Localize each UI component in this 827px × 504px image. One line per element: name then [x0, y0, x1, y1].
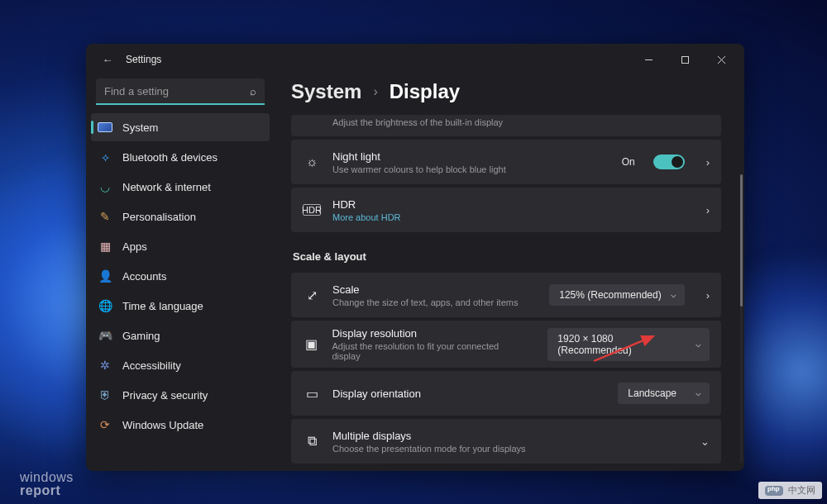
window-title: Settings [126, 54, 161, 65]
settings-window: ← Settings Find a setting ⌕ System ⟡ Blu… [86, 44, 744, 471]
sidebar-item-label: Time & language [122, 300, 203, 312]
resolution-icon: ▣ [303, 336, 320, 352]
card-scale[interactable]: ⤢ Scale Change the size of text, apps, a… [291, 273, 721, 317]
gaming-icon: 🎮 [98, 328, 112, 343]
chevron-down-icon: ⌄ [700, 435, 710, 448]
multiple-displays-icon: ⧉ [303, 434, 321, 449]
chevron-right-icon: › [706, 204, 710, 216]
update-icon: ⟳ [98, 417, 112, 432]
card-title: HDR [332, 198, 401, 211]
sidebar-item-accessibility[interactable]: ✲ Accessibility [91, 351, 270, 379]
brush-icon: ✎ [98, 209, 112, 224]
hdr-more-link[interactable]: More about HDR [332, 212, 401, 222]
sidebar-item-apps[interactable]: ▦ Apps [91, 232, 270, 260]
card-sub: Change the size of text, apps, and other… [332, 297, 518, 307]
scrollbar-thumb[interactable] [740, 174, 743, 307]
card-sub: Use warmer colours to help block blue li… [332, 164, 506, 174]
shield-icon: ⛨ [98, 388, 112, 402]
php-logo-icon [765, 486, 783, 496]
sidebar-item-gaming[interactable]: 🎮 Gaming [91, 321, 270, 349]
sidebar-item-system[interactable]: System [91, 113, 270, 141]
night-light-toggle[interactable] [653, 155, 685, 169]
display-icon [98, 120, 112, 135]
card-sub: Adjust the brightness of the built-in di… [332, 117, 503, 127]
sidebar-item-accounts[interactable]: 👤 Accounts [91, 262, 270, 290]
card-night-light[interactable]: ☼ Night light Use warmer colours to help… [291, 140, 721, 184]
card-sub: Adjust the resolution to fit your connec… [332, 341, 524, 361]
chevron-right-icon: › [706, 289, 710, 302]
card-title: Display orientation [332, 388, 421, 400]
sidebar-item-label: Network & internet [122, 181, 211, 193]
minimize-button[interactable] [630, 47, 667, 72]
orientation-dropdown[interactable]: Landscape [618, 383, 710, 404]
sidebar-item-time[interactable]: 🌐 Time & language [91, 292, 270, 320]
svg-rect-1 [681, 56, 688, 63]
sidebar-item-label: System [122, 121, 158, 134]
sidebar-item-network[interactable]: ◡ Network & internet [91, 173, 270, 201]
sidebar-item-privacy[interactable]: ⛨ Privacy & security [91, 381, 270, 409]
scale-dropdown[interactable]: 125% (Recommended) [549, 284, 684, 306]
scale-icon: ⤢ [303, 288, 321, 303]
accessibility-icon: ✲ [98, 358, 112, 373]
chevron-right-icon: › [706, 156, 710, 169]
sidebar-item-update[interactable]: ⟳ Windows Update [91, 411, 270, 439]
card-hdr[interactable]: HDR HDR More about HDR › [291, 188, 721, 232]
wifi-icon: ◡ [98, 179, 112, 194]
card-title: Multiple displays [332, 430, 526, 442]
orientation-icon: ▭ [303, 386, 321, 402]
sidebar-item-bluetooth[interactable]: ⟡ Bluetooth & devices [91, 143, 270, 171]
sidebar-item-personalisation[interactable]: ✎ Personalisation [91, 202, 270, 231]
breadcrumb-current: Display [390, 80, 460, 103]
chevron-right-icon: › [373, 84, 377, 99]
bluetooth-icon: ⟡ [98, 150, 112, 164]
back-button[interactable]: ← [98, 54, 117, 66]
resolution-dropdown[interactable]: 1920 × 1080 (Recommended) [547, 328, 710, 361]
card-title: Night light [332, 150, 506, 163]
card-brightness[interactable]: Adjust the brightness of the built-in di… [291, 115, 721, 136]
globe-icon: 🌐 [98, 298, 112, 313]
card-title: Scale [332, 283, 518, 296]
section-header: Scale & layout [293, 250, 721, 263]
toggle-state-label: On [622, 156, 635, 168]
sidebar-item-label: Gaming [122, 330, 160, 342]
titlebar: ← Settings [86, 44, 744, 75]
watermark: windowsreport [20, 471, 74, 497]
sidebar-item-label: Accessibility [122, 359, 181, 372]
breadcrumb: System › Display [291, 75, 724, 115]
search-input[interactable]: Find a setting ⌕ [96, 78, 265, 105]
sidebar-item-label: Bluetooth & devices [122, 151, 218, 164]
card-multiple-displays[interactable]: ⧉ Multiple displays Choose the presentat… [291, 419, 721, 464]
night-light-icon: ☼ [303, 155, 321, 169]
person-icon: 👤 [98, 269, 112, 283]
apps-icon: ▦ [98, 239, 112, 254]
source-badge: 中文网 [758, 482, 822, 499]
card-resolution[interactable]: ▣ Display resolution Adjust the resoluti… [291, 321, 721, 368]
main-panel: System › Display Adjust the brightness o… [275, 75, 744, 471]
sidebar-item-label: Apps [122, 240, 147, 253]
close-button[interactable] [703, 47, 739, 72]
sidebar-item-label: Privacy & security [122, 389, 208, 402]
sidebar: Find a setting ⌕ System ⟡ Bluetooth & de… [86, 75, 275, 471]
card-sub: Choose the presentation mode for your di… [332, 444, 526, 454]
sidebar-item-label: Windows Update [122, 419, 203, 431]
sidebar-item-label: Personalisation [122, 211, 196, 223]
card-title: Display resolution [332, 327, 524, 340]
search-placeholder: Find a setting [104, 85, 250, 97]
card-orientation[interactable]: ▭ Display orientation Landscape [291, 371, 721, 416]
hdr-icon: HDR [303, 204, 321, 216]
maximize-button[interactable] [667, 47, 703, 72]
breadcrumb-parent[interactable]: System [291, 80, 361, 103]
sidebar-item-label: Accounts [122, 270, 166, 283]
search-icon: ⌕ [250, 85, 256, 97]
